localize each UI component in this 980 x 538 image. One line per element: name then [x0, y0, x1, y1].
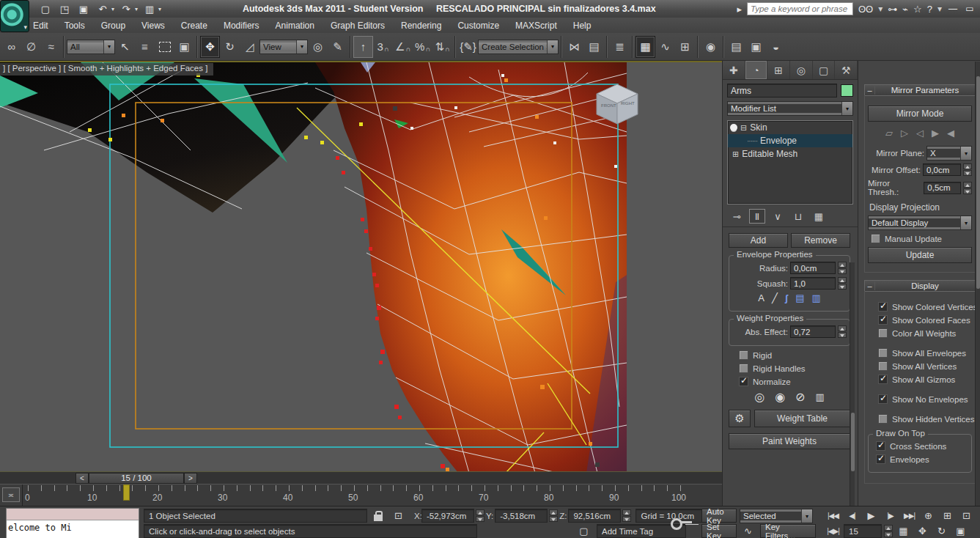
- menu-views[interactable]: Views: [133, 19, 173, 32]
- tab-utilities-icon[interactable]: ⚒: [835, 61, 858, 79]
- listener-pane[interactable]: elcome to Mi: [7, 520, 139, 538]
- z-coordinate-field[interactable]: 92,516cm: [568, 509, 621, 523]
- perspective-viewport[interactable]: FRONT RIGHT ] [ Perspective ] [ Smooth +…: [0, 61, 722, 471]
- auto-key-button[interactable]: Auto Key: [701, 509, 737, 523]
- viewport-label[interactable]: ] [ Perspective ] [ Smooth + Highlights …: [0, 63, 213, 75]
- show-all-gizmos-checkbox[interactable]: [878, 375, 888, 384]
- selection-filter-dropdown[interactable]: All ▾: [67, 40, 115, 54]
- zoom-all-icon[interactable]: ⊞: [939, 509, 956, 523]
- tab-modify-icon[interactable]: ◔: [745, 61, 768, 79]
- named-selection-set-dropdown[interactable]: Create Selection Se ▾: [478, 40, 559, 54]
- stack-row-skin[interactable]: ⊟ Skin: [728, 121, 852, 134]
- paint-weights-button[interactable]: Paint Weights: [729, 433, 850, 449]
- spinner-snap-toggle-icon[interactable]: ⇅∩: [432, 36, 452, 58]
- absolute-mode-icon[interactable]: ⊡: [390, 509, 407, 523]
- menu-animation[interactable]: Animation: [268, 19, 323, 32]
- save-file-icon[interactable]: ▣: [76, 2, 91, 15]
- application-button[interactable]: ▾: [0, 0, 29, 32]
- paste-envelope-icon[interactable]: ▥: [811, 292, 820, 303]
- color-all-weights-checkbox[interactable]: [878, 328, 888, 338]
- manual-update-checkbox[interactable]: [871, 234, 880, 243]
- next-frame-icon[interactable]: |▶: [882, 509, 899, 523]
- weight-table-button[interactable]: Weight Table: [754, 410, 850, 427]
- menu-graph-editors[interactable]: Graph Editors: [323, 19, 393, 32]
- y-spinner[interactable]: [549, 509, 558, 522]
- next-frame-slider-button[interactable]: >: [184, 473, 197, 484]
- maximize-viewport-icon[interactable]: ▣: [952, 524, 969, 538]
- radius-spinner[interactable]: [838, 262, 847, 274]
- show-end-result-icon[interactable]: Ⅱ: [749, 209, 765, 224]
- falloff-curve-icon[interactable]: ʃ: [785, 292, 788, 303]
- select-and-scale-icon[interactable]: ◿: [240, 36, 259, 58]
- modifier-list-dropdown[interactable]: Modifier List ▾: [727, 101, 853, 116]
- search-input[interactable]: [747, 2, 853, 15]
- paste-blue-to-green-verts-icon[interactable]: ◀: [947, 128, 954, 139]
- mirror-plane-dropdown[interactable]: X ▾: [926, 146, 972, 161]
- graphite-modeling-tools-icon[interactable]: ▦: [635, 36, 655, 58]
- params-scrollbar-thumb[interactable]: [851, 413, 855, 471]
- rigid-checkbox[interactable]: [739, 350, 748, 360]
- time-configuration-icon[interactable]: ▦: [895, 524, 912, 538]
- material-editor-icon[interactable]: ◉: [701, 36, 721, 58]
- select-excluded-verts-icon[interactable]: ⊘: [795, 390, 805, 404]
- curve-editor-icon[interactable]: ∿: [655, 36, 675, 58]
- communication-center-icon[interactable]: ⌁: [902, 4, 908, 15]
- mirror-offset-field[interactable]: 0,0cm: [923, 163, 961, 176]
- angle-snap-toggle-icon[interactable]: ∠∩: [393, 36, 413, 58]
- select-and-move-icon[interactable]: ✥: [200, 36, 220, 58]
- exclude-selected-verts-icon[interactable]: ◎: [754, 390, 765, 404]
- keyboard-shortcut-override-icon[interactable]: ↑: [353, 36, 373, 58]
- selection-lock-icon[interactable]: [374, 515, 383, 521]
- timeline-playhead[interactable]: [123, 484, 130, 501]
- select-and-link-icon[interactable]: ∞: [1, 36, 21, 58]
- show-colored-vertices-checkbox[interactable]: [878, 302, 888, 312]
- stack-row-envelope[interactable]: ······ Envelope: [728, 134, 852, 147]
- default-in-out-tangent-icon[interactable]: ∿: [740, 524, 756, 538]
- play-animation-icon[interactable]: ▶: [863, 509, 880, 523]
- rigid-handles-checkbox[interactable]: [739, 364, 748, 373]
- envelopes-checkbox[interactable]: [876, 454, 885, 464]
- pin-stack-icon[interactable]: ⊸: [729, 209, 745, 224]
- rendered-frame-window-icon[interactable]: ▣: [746, 36, 766, 58]
- macro-recorder-pane[interactable]: [7, 509, 139, 520]
- update-button[interactable]: Update: [868, 247, 972, 263]
- zoom-icon[interactable]: ⊕: [920, 509, 937, 523]
- show-all-envelopes-checkbox[interactable]: [878, 348, 888, 358]
- abs-effect-field[interactable]: 0,72: [790, 325, 836, 338]
- orbit-view-icon[interactable]: ↻: [933, 524, 950, 538]
- render-production-icon[interactable]: ◒: [766, 36, 786, 58]
- y-coordinate-field[interactable]: -3,518cm: [495, 509, 548, 523]
- weight-tool-wrench-icon[interactable]: ⚙: [729, 410, 751, 427]
- right-column-scrollbar[interactable]: [975, 62, 980, 506]
- abs-effect-spinner[interactable]: [838, 325, 847, 338]
- expand-icon[interactable]: ⊞: [732, 150, 739, 159]
- unlink-selection-icon[interactable]: ∅: [21, 36, 41, 58]
- help-dropdown-icon[interactable]: ▾: [937, 4, 942, 14]
- menu-tools[interactable]: Tools: [56, 19, 93, 32]
- search-binoculars-icon[interactable]: ʘʘ: [858, 4, 873, 15]
- mirror-thresh-spinner[interactable]: [963, 182, 972, 194]
- menu-maxscript[interactable]: MAXScript: [507, 19, 565, 32]
- display-rollout-header[interactable]: – Display: [864, 280, 976, 292]
- absolute-effect-icon[interactable]: A: [758, 292, 765, 303]
- tab-motion-icon[interactable]: ◎: [790, 61, 813, 79]
- align-icon[interactable]: ▤: [584, 36, 604, 58]
- bind-to-space-warp-icon[interactable]: ≈: [41, 36, 61, 58]
- cross-sections-checkbox[interactable]: [876, 441, 885, 451]
- display-projection-dropdown[interactable]: Default Display ▾: [868, 215, 972, 230]
- add-bone-button[interactable]: Add: [729, 233, 788, 248]
- go-to-start-icon[interactable]: |◀◀: [825, 509, 841, 523]
- mirror-thresh-field[interactable]: 0,5cm: [924, 182, 961, 194]
- previous-frame-slider-button[interactable]: <: [75, 473, 89, 484]
- project-folder-icon[interactable]: ▥: [142, 2, 157, 15]
- bake-selected-verts-icon[interactable]: ▥: [816, 391, 825, 402]
- help-icon[interactable]: ?: [927, 4, 932, 15]
- window-crossing-toggle-icon[interactable]: ▣: [174, 36, 194, 58]
- show-hidden-vertices-checkbox[interactable]: [878, 414, 888, 424]
- sign-in-key-icon[interactable]: ⊶: [888, 4, 897, 15]
- mirror-offset-spinner[interactable]: [963, 163, 972, 176]
- configure-modifier-sets-icon[interactable]: ▦: [811, 209, 827, 224]
- paste-green-to-blue-bones-icon[interactable]: ▷: [901, 128, 908, 139]
- show-all-vertices-checkbox[interactable]: [878, 361, 888, 371]
- reference-coordinate-dropdown[interactable]: View ▾: [259, 40, 308, 54]
